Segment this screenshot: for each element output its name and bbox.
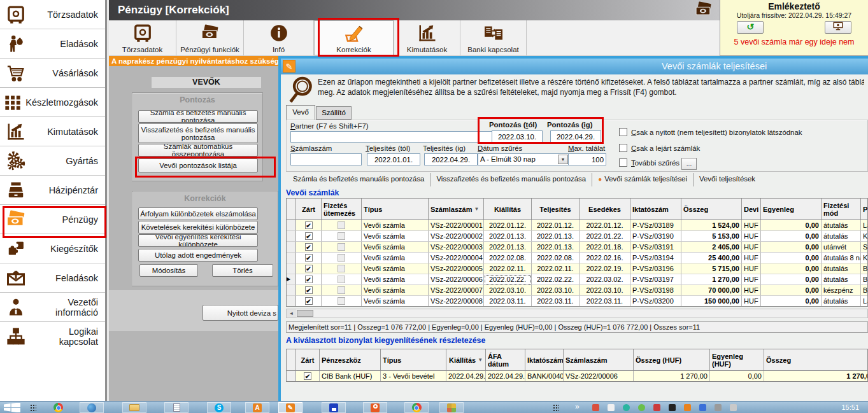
subtab-szamla-befizetes[interactable]: Számla és befizetés manuális pontozása bbox=[287, 173, 430, 186]
table-cell[interactable]: ✔ bbox=[296, 253, 322, 263]
subtab-vevoi-szamlak-teljesitesei[interactable]: ●Vevői számlák teljesítései bbox=[592, 173, 694, 186]
tray-icon[interactable] bbox=[715, 404, 722, 411]
table-cell[interactable]: 2022.03.02. bbox=[580, 274, 630, 285]
table-cell[interactable]: HUF bbox=[742, 242, 761, 253]
checkbox[interactable] bbox=[338, 243, 345, 251]
row-selector-cell[interactable] bbox=[287, 253, 296, 263]
table-cell[interactable]: ✔ bbox=[296, 263, 322, 274]
table-cell[interactable]: 2022.04.29. bbox=[486, 371, 525, 382]
table-row[interactable]: ✔Vevői számlaVSz-2022/000082022.03.11.20… bbox=[287, 296, 867, 307]
orange-a-app-taskbar-button[interactable]: A bbox=[245, 402, 269, 413]
sidebar-item-gyartas[interactable]: Gyártás bbox=[0, 146, 105, 176]
table-cell[interactable]: átutalás bbox=[822, 220, 861, 231]
table-cell[interactable]: VSz-2022/00002 bbox=[429, 231, 484, 242]
sidebar-item-kiegeszitok[interactable]: Kiegészítők bbox=[0, 234, 105, 263]
szamlaszam-input[interactable] bbox=[290, 153, 362, 165]
table-cell[interactable]: ✔ bbox=[296, 242, 322, 253]
column-header[interactable]: Iktatószám bbox=[525, 349, 564, 371]
table-cell[interactable]: 1 524,00 bbox=[681, 220, 742, 231]
table-cell[interactable]: HUF bbox=[742, 263, 761, 274]
table-cell[interactable]: 2022.01.12. bbox=[580, 220, 630, 231]
chrome-icon[interactable] bbox=[53, 403, 63, 412]
table-cell[interactable]: készpénz bbox=[822, 285, 861, 296]
table-cell[interactable]: HUF bbox=[742, 274, 761, 285]
table-cell[interactable]: 0,00 bbox=[710, 371, 764, 382]
column-header[interactable]: ÁFA dátum bbox=[486, 349, 525, 371]
table-cell[interactable]: Bart bbox=[861, 263, 868, 274]
tray-icon[interactable] bbox=[623, 404, 630, 411]
table-cell[interactable]: 2022.02.11. bbox=[484, 263, 532, 274]
checkbox[interactable]: ✔ bbox=[305, 276, 313, 283]
button-kovetelesek-kerekites[interactable]: Követelések kerekítési különbözete bbox=[138, 221, 258, 234]
table-cell[interactable]: 2022.01.13. bbox=[532, 231, 580, 242]
table-cell[interactable]: 2022.04.29. bbox=[446, 371, 486, 382]
button-visszafizetes-pontozas[interactable]: Visszafizetés és befizetés manuális pont… bbox=[138, 123, 258, 143]
table-cell[interactable]: 1 270,0 bbox=[764, 371, 868, 382]
table-cell[interactable]: 3 - Vevői bevétel bbox=[381, 371, 446, 382]
table-cell[interactable]: ✔ bbox=[296, 220, 322, 231]
toolbar-button-banki-kapcsolat[interactable]: Banki kapcsolat bbox=[460, 20, 527, 55]
table-cell[interactable] bbox=[322, 231, 362, 242]
table-cell[interactable] bbox=[322, 296, 362, 307]
column-header[interactable]: Egyenleg (HUF) bbox=[710, 349, 764, 371]
table-cell[interactable]: P-VSz/03200 bbox=[630, 296, 681, 307]
checkbox[interactable]: ✔ bbox=[305, 297, 313, 305]
app-grid-icon[interactable] bbox=[30, 404, 36, 412]
table-cell[interactable] bbox=[322, 285, 362, 296]
column-header[interactable] bbox=[287, 349, 296, 371]
table-cell[interactable]: VSz-2022/00006 bbox=[564, 371, 634, 382]
row-selector-cell[interactable] bbox=[287, 285, 296, 296]
row-selector-cell[interactable] bbox=[287, 242, 296, 253]
toolbar-button-torzsadatok[interactable]: Törzsadatok bbox=[109, 20, 176, 55]
table-cell[interactable]: Vevői számla bbox=[362, 253, 429, 263]
table-cell[interactable]: 2022.01.22. bbox=[580, 231, 630, 242]
column-header[interactable]: Zárt bbox=[296, 349, 320, 371]
table-cell[interactable]: 0,00 bbox=[761, 274, 822, 285]
sidebar-item-feladasok[interactable]: Feladások bbox=[0, 263, 105, 293]
table-cell[interactable]: 2022.01.13. bbox=[484, 242, 532, 253]
button-modositas[interactable]: Módosítás bbox=[139, 264, 198, 277]
sidebar-item-penzugy[interactable]: Pénzügy bbox=[0, 205, 105, 234]
table-cell[interactable]: 2022.01.18. bbox=[580, 242, 630, 253]
teljesites-ig-input[interactable] bbox=[424, 153, 478, 165]
column-header[interactable]: Zárt bbox=[296, 199, 322, 220]
skype-taskbar-button[interactable]: S bbox=[207, 402, 231, 413]
table-cell[interactable]: 5 715,00 bbox=[681, 263, 742, 274]
tray-icon[interactable] bbox=[699, 404, 706, 411]
table-cell[interactable]: P-VSz/03194 bbox=[630, 253, 681, 263]
checkbox[interactable] bbox=[338, 286, 345, 294]
table-cell[interactable]: P-VSz/03196 bbox=[630, 263, 681, 274]
table-cell[interactable]: 2022.02.22. bbox=[484, 274, 532, 285]
table-cell[interactable]: Vevői számla bbox=[362, 242, 429, 253]
sidebar-item-keszletmozgasok[interactable]: Készletmozgások bbox=[0, 88, 105, 117]
checkbox-csak-lejart[interactable] bbox=[619, 144, 627, 152]
row-selector-cell[interactable] bbox=[287, 296, 296, 307]
table-cell[interactable]: 2022.03.10. bbox=[580, 285, 630, 296]
table-cell[interactable]: 0,00 bbox=[761, 242, 822, 253]
column-header[interactable]: Típus bbox=[381, 349, 446, 371]
table-cell[interactable]: 2022.01.13. bbox=[532, 242, 580, 253]
table-cell[interactable]: ✔ bbox=[296, 296, 322, 307]
chevron-down-icon[interactable]: ▼ bbox=[558, 155, 568, 164]
column-header[interactable]: Esedékes bbox=[580, 199, 630, 220]
checkbox[interactable]: ✔ bbox=[304, 372, 311, 380]
table-row[interactable]: ✔Vevői számlaVSz-2022/000022022.01.13.20… bbox=[287, 231, 867, 242]
subtab-visszafizetes[interactable]: Visszafizetés és befizetés manuális pont… bbox=[430, 173, 592, 186]
button-utolag-adott-engedmenyek[interactable]: Utólag adott engedmények bbox=[138, 249, 258, 262]
table-cell[interactable]: P-VSz/03191 bbox=[630, 242, 681, 253]
table-cell[interactable]: Szaj bbox=[861, 242, 868, 253]
table-cell[interactable]: Lau bbox=[861, 220, 868, 231]
monitor-button[interactable] bbox=[825, 21, 851, 34]
table-cell[interactable]: VSz-2022/00006 bbox=[429, 274, 484, 285]
table-cell[interactable]: P-VSz/03189 bbox=[630, 220, 681, 231]
table-cell[interactable]: 2022.01.12. bbox=[532, 220, 580, 231]
subtab-vevoi-teljesitesek[interactable]: Vevői teljesítések bbox=[694, 173, 761, 186]
scrollbar-thumb[interactable] bbox=[297, 310, 313, 317]
row-selector-cell[interactable] bbox=[287, 371, 296, 382]
button-automatikus-osszepontozas[interactable]: Számlák automatikus összepontozása bbox=[138, 144, 258, 157]
table-cell[interactable]: 1 270,00 bbox=[634, 371, 710, 382]
table-cell[interactable]: ✔ bbox=[296, 371, 320, 382]
table-cell[interactable]: 25 400,00 bbox=[681, 253, 742, 263]
table-cell[interactable]: HUF bbox=[742, 253, 761, 263]
column-header[interactable]: Egyenleg bbox=[761, 199, 822, 220]
